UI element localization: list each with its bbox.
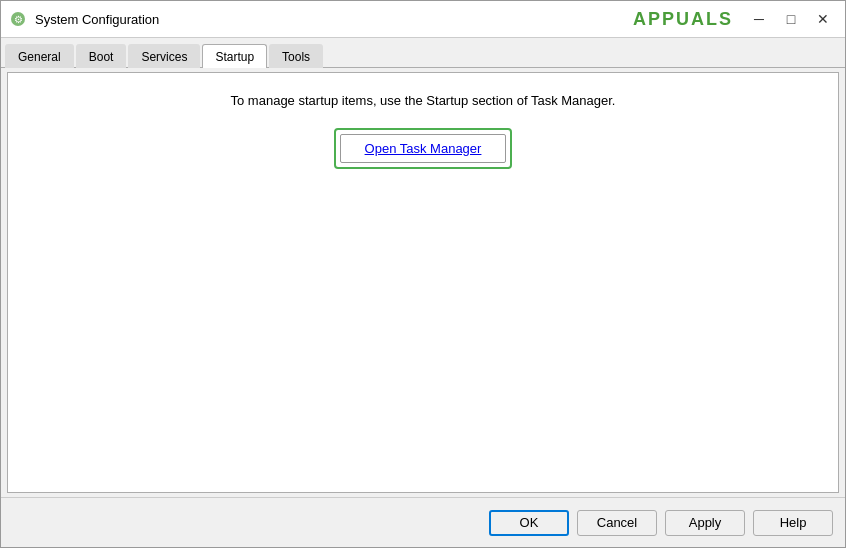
maximize-button[interactable]: □ — [777, 7, 805, 31]
tab-boot[interactable]: Boot — [76, 44, 127, 68]
open-task-manager-highlight: Open Task Manager — [334, 128, 513, 169]
tab-tools[interactable]: Tools — [269, 44, 323, 68]
open-task-manager-button[interactable]: Open Task Manager — [340, 134, 507, 163]
appuals-logo: APPUALS — [633, 9, 733, 30]
button-bar: OK Cancel Apply Help — [1, 497, 845, 547]
system-configuration-window: ⚙ System Configuration APPUALS ─ □ ✕ Gen… — [0, 0, 846, 548]
title-bar: ⚙ System Configuration APPUALS ─ □ ✕ — [1, 1, 845, 38]
help-button[interactable]: Help — [753, 510, 833, 536]
close-button[interactable]: ✕ — [809, 7, 837, 31]
minimize-button[interactable]: ─ — [745, 7, 773, 31]
svg-text:⚙: ⚙ — [14, 14, 23, 25]
info-text: To manage startup items, use the Startup… — [231, 93, 616, 108]
tab-startup[interactable]: Startup — [202, 44, 267, 68]
window-title: System Configuration — [35, 12, 633, 27]
cancel-button[interactable]: Cancel — [577, 510, 657, 536]
main-content: To manage startup items, use the Startup… — [7, 72, 839, 493]
tab-bar: General Boot Services Startup Tools — [1, 38, 845, 68]
window-icon: ⚙ — [9, 10, 27, 28]
tab-services[interactable]: Services — [128, 44, 200, 68]
window-controls: APPUALS ─ □ ✕ — [633, 7, 837, 31]
ok-button[interactable]: OK — [489, 510, 569, 536]
tab-general[interactable]: General — [5, 44, 74, 68]
apply-button[interactable]: Apply — [665, 510, 745, 536]
